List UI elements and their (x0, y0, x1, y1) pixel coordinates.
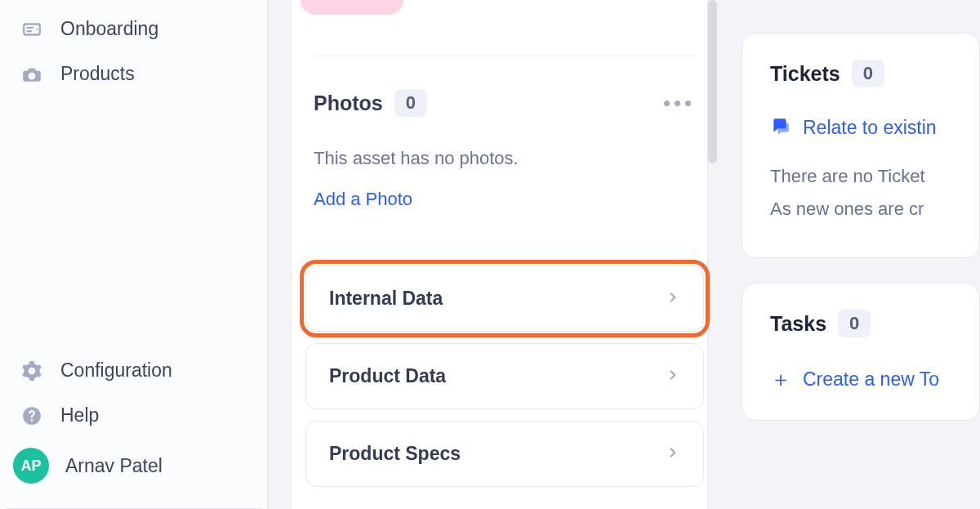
scrollbar[interactable] (707, 0, 717, 509)
photos-count-badge: 0 (394, 89, 427, 117)
tickets-count-badge: 0 (852, 60, 884, 87)
main-panel: Photos 0 This asset has no photos. Add a… (292, 0, 717, 509)
tasks-card: Tasks 0 ＋ Create a new To (742, 283, 980, 421)
help-icon (20, 405, 44, 426)
chevron-right-icon (666, 290, 680, 308)
photos-empty-text: This asset has no photos. (314, 148, 696, 169)
user-name: Arnav Patel (65, 455, 163, 477)
accordion-label: Product Specs (329, 443, 461, 465)
plus-icon: ＋ (770, 365, 791, 394)
accordion-product-data[interactable]: Product Data (305, 343, 704, 409)
accordion-product-specs[interactable]: Product Specs (305, 421, 704, 487)
accordion-list: Internal Data Product Data Product Specs (292, 266, 717, 487)
sidebar-item-products[interactable]: Products (0, 51, 267, 96)
sidebar-item-label: Help (60, 404, 99, 426)
sidebar-item-label: Configuration (60, 359, 172, 382)
tasks-title: Tasks (770, 312, 826, 336)
svg-point-2 (31, 419, 33, 422)
section-divider (314, 56, 696, 56)
sidebar-item-label: Products (60, 63, 135, 85)
sidebar-item-label: Onboarding (60, 18, 158, 40)
add-photo-link[interactable]: Add a Photo (314, 189, 696, 210)
more-menu-icon[interactable] (659, 96, 696, 111)
sidebar: Onboarding Products Configuration Hel (0, 0, 268, 509)
accordion-label: Internal Data (329, 288, 443, 310)
relate-icon (770, 115, 791, 140)
tickets-title: Tickets (770, 62, 840, 86)
pink-pill (301, 0, 403, 15)
camera-icon (20, 64, 44, 85)
accordion-internal-data[interactable]: Internal Data (305, 266, 704, 332)
gear-icon (20, 360, 44, 382)
create-label: Create a new To (803, 368, 939, 391)
chevron-right-icon (666, 368, 680, 386)
onboarding-icon (20, 19, 44, 40)
tasks-count-badge: 0 (838, 310, 871, 337)
photos-title: Photos (314, 92, 383, 115)
sidebar-item-help[interactable]: Help (0, 393, 267, 438)
accordion-label: Product Data (329, 365, 446, 387)
sidebar-item-configuration[interactable]: Configuration (0, 348, 267, 393)
relate-existing-link[interactable]: Relate to existin (770, 115, 951, 140)
relate-label: Relate to existin (803, 117, 937, 139)
tickets-empty-text: There are no Ticket (770, 166, 951, 187)
tickets-info-text: As new ones are cr (770, 199, 951, 220)
right-panel: Tickets 0 Relate to existin There are no… (742, 0, 980, 509)
sidebar-item-onboarding[interactable]: Onboarding (0, 7, 267, 51)
user-profile[interactable]: AP Arnav Patel (0, 438, 267, 493)
tickets-card: Tickets 0 Relate to existin There are no… (742, 33, 980, 258)
avatar: AP (13, 448, 49, 484)
create-task-link[interactable]: ＋ Create a new To (770, 365, 951, 394)
chevron-right-icon (666, 445, 680, 463)
